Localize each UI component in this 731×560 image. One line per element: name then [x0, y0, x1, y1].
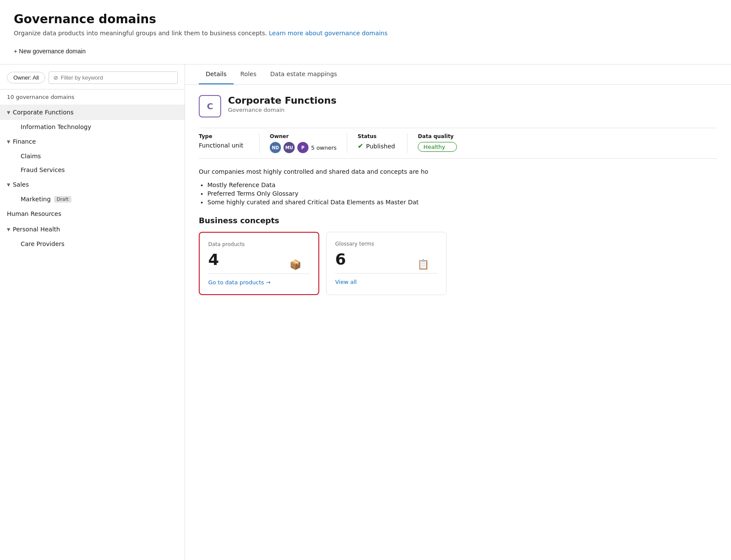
health-badge: Healthy	[418, 142, 457, 152]
main-content: Owner: All ⊘ 10 governance domains ▼ Cor…	[0, 65, 731, 560]
domain-header-hr: Human Resources	[7, 210, 178, 217]
meta-col-owner: Owner ND MU P 5 owners	[259, 133, 347, 153]
cards-row: Data products 4 📦 Go to data products → …	[199, 232, 717, 295]
glossary-terms-count: 6	[335, 250, 346, 268]
tabs-bar: Details Roles Data estate mappings	[185, 65, 731, 85]
meta-col-health: Data quality Healthy	[407, 133, 467, 153]
avatar-p: P	[297, 142, 308, 153]
domain-name-corporate: Corporate Functions	[13, 109, 74, 116]
entity-header: C Corporate Functions Governance domain	[199, 95, 717, 117]
bullet-list: Mostly Reference Data Preferred Terms On…	[199, 182, 717, 206]
domain-item-finance[interactable]: ▼ Finance	[0, 134, 185, 149]
tab-roles[interactable]: Roles	[234, 65, 263, 84]
business-concepts-title: Business concepts	[199, 216, 717, 225]
filter-keyword-input[interactable]	[61, 74, 173, 81]
bullet-item-1: Mostly Reference Data	[207, 182, 717, 188]
top-section: Governance domains Organize data product…	[0, 0, 731, 65]
status-row: ✔ Published	[358, 142, 397, 150]
filter-input-wrapper: ⊘	[49, 71, 178, 84]
domain-name-finance: Finance	[13, 138, 36, 145]
domain-header-personal-health: ▼ Personal Health	[7, 226, 178, 233]
page-title: Governance domains	[14, 12, 717, 26]
domain-item-corporate-functions[interactable]: ▼ Corporate Functions	[0, 105, 185, 120]
data-products-label: Data products	[208, 241, 310, 247]
meta-label-data-quality: Data quality	[418, 133, 457, 139]
glossary-terms-card[interactable]: Glossary terms 6 📋 View all	[326, 232, 447, 295]
subtitle-text: Organize data products into meaningful g…	[14, 30, 267, 37]
meta-col-type: Type Functional unit	[199, 133, 259, 153]
new-governance-domain-button[interactable]: + New governance domain	[14, 45, 86, 57]
chevron-down-icon: ▼	[7, 110, 10, 115]
metadata-row: Type Functional unit Owner ND MU P 5 own…	[199, 128, 717, 159]
tab-details[interactable]: Details	[199, 65, 234, 84]
page: Governance domains Organize data product…	[0, 0, 731, 560]
chevron-down-icon: ▼	[7, 227, 10, 232]
entity-description: Our companies most highly controlled and…	[199, 167, 717, 176]
chevron-down-icon: ▼	[7, 139, 10, 144]
card-count-row-glossary: 6 📋	[335, 250, 438, 268]
meta-label-status: Status	[358, 133, 397, 139]
domain-name-personal-health: Personal Health	[13, 226, 60, 233]
owners-count: 5 owners	[311, 145, 336, 151]
bullet-item-3: Some highly curated and shared Critical …	[207, 199, 717, 206]
entity-info: Corporate Functions Governance domain	[228, 95, 336, 113]
entity-title: Corporate Functions	[228, 95, 336, 106]
left-panel: Owner: All ⊘ 10 governance domains ▼ Cor…	[0, 65, 185, 560]
domain-header-sales: ▼ Sales	[7, 181, 178, 188]
domain-child-information-technology[interactable]: Information Technology	[0, 120, 185, 134]
glossary-terms-label: Glossary terms	[335, 241, 438, 247]
domain-name-hr: Human Resources	[7, 210, 61, 217]
owner-filter-button[interactable]: Owner: All	[7, 72, 45, 83]
right-panel: Details Roles Data estate mappings C Cor…	[185, 65, 731, 560]
domain-item-human-resources[interactable]: Human Resources	[0, 206, 185, 222]
status-check-icon: ✔	[358, 142, 363, 150]
entity-icon: C	[199, 95, 221, 117]
child-label-claims: Claims	[21, 153, 41, 160]
domain-child-care-providers[interactable]: Care Providers	[0, 237, 185, 251]
learn-more-link[interactable]: Learn more about governance domains	[269, 30, 388, 37]
meta-value-type: Functional unit	[199, 142, 249, 149]
child-label-fraud-services: Fraud Services	[21, 166, 65, 173]
domain-name-sales: Sales	[13, 181, 29, 188]
filter-icon: ⊘	[53, 74, 58, 81]
page-subtitle: Organize data products into meaningful g…	[14, 30, 717, 37]
avatar-nd: ND	[270, 142, 281, 153]
entity-icon-letter: C	[207, 101, 213, 111]
go-to-data-products-link[interactable]: Go to data products →	[208, 274, 310, 286]
status-text: Published	[366, 143, 395, 150]
domain-list: ▼ Corporate Functions Information Techno…	[0, 105, 185, 560]
domain-item-personal-health[interactable]: ▼ Personal Health	[0, 222, 185, 237]
box-icon: 📦	[290, 259, 301, 270]
chevron-down-icon: ▼	[7, 182, 10, 187]
avatar-mu: MU	[284, 142, 295, 153]
list-icon: 📋	[417, 259, 429, 270]
detail-content: C Corporate Functions Governance domain …	[185, 85, 731, 305]
domain-header-corporate: ▼ Corporate Functions	[7, 109, 178, 116]
child-label-it: Information Technology	[21, 123, 91, 130]
domains-count: 10 governance domains	[0, 89, 185, 105]
domain-item-sales[interactable]: ▼ Sales	[0, 177, 185, 192]
domain-child-claims[interactable]: Claims	[0, 149, 185, 163]
card-count-row: 4 📦	[208, 251, 310, 268]
child-label-marketing: Marketing	[21, 196, 51, 203]
bullet-item-2: Preferred Terms Only Glossary	[207, 190, 717, 197]
view-all-link[interactable]: View all	[335, 273, 438, 285]
meta-label-type: Type	[199, 133, 249, 139]
data-products-count: 4	[208, 251, 219, 268]
filter-bar: Owner: All ⊘	[0, 65, 185, 89]
domain-header-finance: ▼ Finance	[7, 138, 178, 145]
owners-row: ND MU P 5 owners	[270, 142, 336, 153]
meta-col-status: Status ✔ Published	[347, 133, 407, 153]
child-label-care-providers: Care Providers	[21, 240, 65, 247]
meta-label-owner: Owner	[270, 133, 336, 139]
tab-data-estate-mappings[interactable]: Data estate mappings	[263, 65, 344, 84]
domain-child-marketing[interactable]: Marketing Draft	[0, 192, 185, 206]
domain-child-fraud-services[interactable]: Fraud Services	[0, 163, 185, 177]
draft-badge: Draft	[54, 196, 71, 203]
data-products-card[interactable]: Data products 4 📦 Go to data products →	[199, 232, 319, 295]
entity-subtitle: Governance domain	[228, 107, 336, 113]
